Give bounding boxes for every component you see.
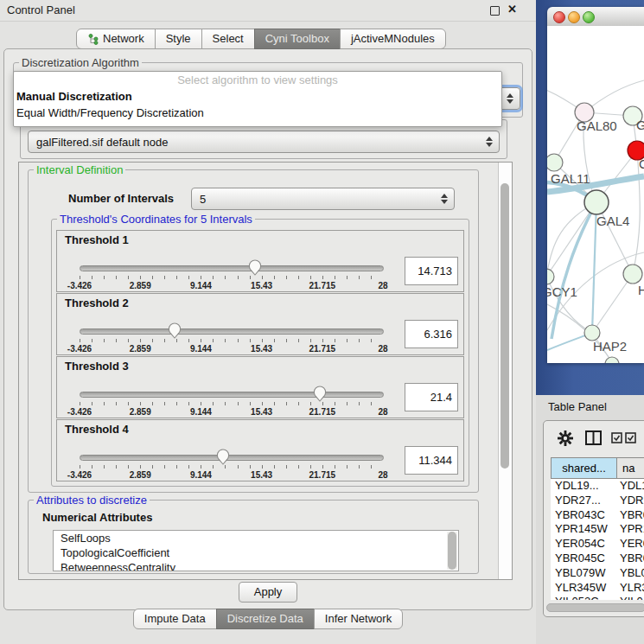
gear-icon[interactable] [558, 430, 573, 446]
table-row[interactable]: YPR145WYPR1 [551, 522, 644, 537]
tab-label: Style [166, 29, 191, 48]
threshold-4-slider[interactable] [80, 455, 384, 461]
zoom-traffic-light[interactable] [583, 11, 595, 23]
threshold-1-slider[interactable] [80, 265, 384, 271]
checkbox-icon[interactable] [625, 432, 636, 443]
settings-scroll-panel: Interval Definition Number of Intervals … [18, 162, 513, 580]
float-window-icon[interactable] [490, 6, 500, 16]
tab-label: Network [103, 29, 144, 48]
interval-definition-title: Interval Definition [34, 163, 125, 176]
tab-infer-network[interactable]: Infer Network [314, 609, 403, 629]
threshold-4-box: Threshold 4 -3.4262.8599.14415.4321.7152… [56, 419, 464, 481]
settings-scrollbar[interactable] [498, 163, 512, 579]
numerical-attributes-list[interactable]: SelfLoops TopologicalCoefficient Between… [53, 530, 459, 571]
tab-label: Infer Network [325, 609, 392, 628]
cyni-toolbox-panel: Discretization Algorithm Select algorith… [3, 48, 532, 610]
scrollbar-thumb[interactable] [546, 603, 644, 612]
tab-impute-data[interactable]: Impute Data [133, 609, 217, 629]
threshold-1-value-field[interactable]: 14.713 [405, 257, 458, 285]
dropdown-item-equal-width[interactable]: Equal Width/Frequency Discretization [14, 105, 501, 121]
close-icon[interactable]: ✕ [507, 3, 517, 16]
stepper-arrows-icon [506, 92, 513, 105]
attributes-group-title: Attributes to discretize [34, 494, 150, 507]
threshold-2-slider[interactable] [80, 328, 384, 335]
slider-scale: -3.4262.8599.14415.4321.71528 [80, 344, 383, 354]
table-row[interactable]: YER054CYER0 [551, 537, 644, 552]
table-row[interactable]: YBR045CYBR0 [551, 552, 644, 566]
dropdown-item-manual-discretization[interactable]: Manual Discretization [14, 88, 501, 105]
table-row[interactable]: YBR043CYBR0 [551, 508, 644, 523]
threshold-2-box: Threshold 2 -3.4262.8599.14415.4321.7152… [56, 293, 464, 355]
table-data-combobox[interactable]: galFiltered.sif default node [28, 131, 500, 153]
network-tree-icon [87, 34, 99, 45]
list-item[interactable]: BetweennessCentrality [54, 560, 458, 571]
apply-button[interactable]: Apply [239, 582, 297, 603]
network-graph: GAL80 G C GAL11 GAL4 GCY1 H HAP2 [547, 26, 644, 363]
threshold-3-slider[interactable] [80, 392, 384, 398]
tab-discretize-data[interactable]: Discretize Data [216, 609, 315, 629]
table-row[interactable]: YDR27...YDR2 [551, 494, 644, 508]
slider-scale: -3.4262.8599.14415.4321.71528 [80, 407, 383, 418]
table-panel: shared... na YDL19...YDL1 YDR27...YDR2 Y… [543, 420, 644, 617]
algorithm-dropdown-popup: Select algorithm to view settings Manual… [13, 71, 502, 127]
svg-text:H: H [638, 283, 644, 297]
threshold-3-label: Threshold 3 [65, 360, 129, 373]
network-view-window: GAL80 G C GAL11 GAL4 GCY1 H HAP2 [547, 7, 644, 363]
attributes-group: Attributes to discretize Numerical Attri… [28, 500, 479, 574]
slider-thumb[interactable] [313, 385, 327, 402]
list-item[interactable]: TopologicalCoefficient [54, 545, 458, 560]
slider-scale: -3.4262.8599.14415.4321.71528 [80, 281, 383, 291]
slider-thumb[interactable] [216, 448, 230, 465]
svg-text:HAP2: HAP2 [593, 339, 627, 354]
column-header-shared-name[interactable]: shared... [551, 457, 616, 479]
network-window-titlebar[interactable] [547, 7, 644, 27]
tab-label: Cyni Toolbox [265, 29, 329, 48]
slider-thumb[interactable] [248, 258, 262, 276]
list-item[interactable]: SelfLoops [54, 531, 458, 545]
tab-style[interactable]: Style [155, 29, 202, 49]
threshold-3-box: Threshold 3 -3.4262.8599.14415.4321.7152… [56, 356, 464, 418]
column-header-name[interactable]: na [616, 457, 644, 479]
table-row[interactable]: YLR345WYLR3 [551, 581, 644, 596]
tab-jactivemnodules[interactable]: jActiveMNodules [340, 29, 446, 49]
svg-text:GAL4: GAL4 [596, 214, 629, 228]
network-canvas[interactable]: GAL80 G C GAL11 GAL4 GCY1 H HAP2 [547, 26, 644, 363]
tab-select[interactable]: Select [201, 29, 255, 49]
minimize-traffic-light[interactable] [568, 11, 580, 23]
table-row[interactable]: YBL079WYBL0 [551, 566, 644, 581]
horizontal-scrollbar[interactable] [546, 603, 644, 612]
table-row[interactable]: YDL19...YDL1 [551, 479, 644, 494]
threshold-4-value-field[interactable]: 11.344 [405, 446, 458, 475]
threshold-2-value-field[interactable]: 6.316 [405, 320, 458, 348]
thresholds-group-title: Threshold's Coordinates for 5 Intervals [57, 213, 255, 226]
right-region: GAL80 G C GAL11 GAL4 GCY1 H HAP2 Table P… [536, 0, 644, 644]
table-row[interactable]: YIL052CYIL0 [551, 595, 644, 600]
control-panel: Control Panel ✕ Discretization Algorithm… [0, 0, 536, 644]
checkbox-icon[interactable] [611, 432, 622, 443]
tab-cyni-toolbox[interactable]: Cyni Toolbox [254, 29, 341, 49]
table-panel-title: Table Panel [548, 400, 607, 413]
threshold-4-label: Threshold 4 [65, 423, 129, 436]
panel-title: Control Panel [7, 3, 75, 16]
slider-thumb[interactable] [168, 322, 182, 339]
table-body[interactable]: YDL19...YDL1 YDR27...YDR2 YBR043CYBR0 YP… [551, 479, 644, 600]
columns-icon[interactable] [585, 430, 602, 445]
num-intervals-combobox[interactable]: 5 [191, 188, 455, 210]
threshold-3-value-field[interactable]: 21.4 [405, 383, 458, 411]
svg-text:C: C [639, 156, 644, 171]
toolbox-tabs: Network Style Select Cyni Toolbox jActiv… [76, 29, 446, 49]
table-header-row: shared... na [551, 457, 644, 479]
scrollbar-thumb[interactable] [448, 532, 456, 570]
svg-text:GAL80: GAL80 [577, 118, 617, 133]
tab-label: jActiveMNodules [351, 29, 435, 48]
list-scrollbar[interactable] [447, 532, 457, 570]
thresholds-group: Threshold's Coordinates for 5 Intervals … [51, 219, 469, 487]
num-intervals-value: 5 [200, 193, 206, 206]
algorithm-group-title: Discretization Algorithm [19, 56, 142, 69]
close-traffic-light[interactable] [553, 11, 565, 23]
tab-network[interactable]: Network [76, 29, 156, 49]
scrollbar-thumb[interactable] [501, 183, 509, 469]
tab-label: Impute Data [144, 609, 206, 628]
dropdown-hint: Select algorithm to view settings [14, 72, 501, 88]
num-intervals-label: Number of Intervals [68, 192, 174, 205]
